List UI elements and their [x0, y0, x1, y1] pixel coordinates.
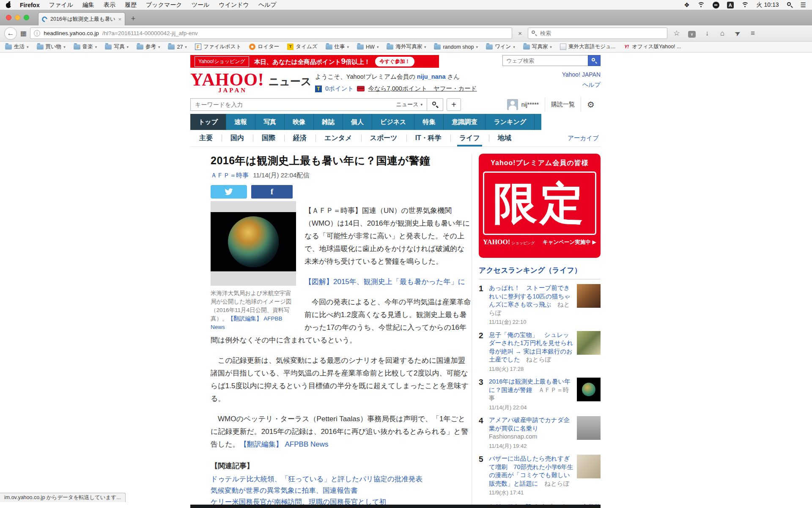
menu-view[interactable]: 表示 [104, 1, 115, 9]
menu-bookmarks[interactable]: ブックマーク [146, 1, 182, 9]
subscriptions-link[interactable]: 購読一覧 [545, 97, 581, 112]
creative-cloud-icon[interactable]: ∞ [713, 2, 719, 8]
ranking-thumbnail[interactable] [577, 284, 601, 308]
bookmark-folder-random-shop[interactable]: random shop▾ [434, 44, 478, 50]
bookmark-folder-hw[interactable]: HW▾ [357, 44, 379, 50]
send-to-device-icon[interactable]: ➤ [732, 29, 743, 38]
notification-center-icon[interactable]: ☰ [801, 1, 806, 9]
bookmark-times[interactable]: Tタイムズ [287, 43, 317, 50]
spotlight-icon[interactable] [787, 2, 793, 8]
yahoo-news-logo[interactable]: YAHOO! JAPAN ニュース [190, 71, 312, 94]
related-link[interactable]: ドゥテルテ比大統領、「狂っている」と評したパリ協定の批准発表 [211, 473, 472, 485]
account-user[interactable]: nij***** [501, 97, 545, 112]
article-figure[interactable]: 米海洋大気局および米航空宇宙局が公開した地球のイメージ図（2016年11月4日公… [211, 201, 296, 331]
input-source-icon[interactable]: A [727, 2, 734, 8]
tab-breaking[interactable]: 速報 [226, 114, 255, 130]
bookmark-folder-work[interactable]: 仕事▾ [326, 43, 349, 50]
yahoo-japan-link[interactable]: Yahoo! JAPAN [562, 71, 601, 78]
help-link[interactable]: ヘルプ [562, 81, 601, 89]
translation-credit-link[interactable]: 【翻訳編集】 AFPBB News [240, 440, 329, 448]
zoom-window-button[interactable] [24, 15, 29, 20]
tab-photo[interactable]: 写真 [255, 114, 285, 130]
points-link[interactable]: 0ポイント [325, 85, 354, 93]
subnav-economy[interactable]: 経済 [284, 130, 315, 146]
browser-tab[interactable]: 2016年は観測史上最も暑い... × [38, 12, 125, 25]
settings-button[interactable]: ⚙ [581, 97, 601, 112]
bookmark-star-icon[interactable]: ☆ [671, 29, 683, 38]
stop-loading-button[interactable]: × [516, 30, 524, 37]
tab-ranking[interactable]: ランキング [486, 114, 535, 130]
menu-firefox[interactable]: Firefox [20, 2, 40, 8]
menu-history[interactable]: 履歴 [125, 1, 137, 9]
username-link[interactable]: niju_nana [417, 73, 446, 80]
web-search-input[interactable] [502, 55, 588, 66]
minimize-window-button[interactable] [15, 15, 20, 20]
menu-edit[interactable]: 編集 [82, 1, 94, 9]
apple-menu-icon[interactable] [6, 2, 11, 8]
subnav-world[interactable]: 国際 [253, 130, 284, 146]
close-window-button[interactable] [6, 15, 11, 20]
wifi-icon[interactable] [741, 2, 749, 8]
tab-close-icon[interactable]: × [118, 16, 121, 22]
ranking-thumbnail[interactable] [577, 378, 601, 401]
bookmark-tufs-module[interactable]: 東外大言語モジュ... [560, 43, 615, 50]
dropbox-icon[interactable]: ❖ [684, 1, 689, 9]
subnav-local[interactable]: 地域 [489, 130, 520, 146]
ranking-thumbnail[interactable] [577, 416, 601, 440]
back-button[interactable]: ← [4, 27, 17, 40]
keyword-search-input[interactable] [191, 101, 392, 108]
facebook-share-button[interactable]: f [251, 185, 293, 199]
subnav-sports[interactable]: スポーツ [361, 130, 406, 146]
card-campaign-link[interactable]: 今なら7,000ポイント ヤフー・カード [368, 85, 477, 93]
tab-magazine[interactable]: 雑誌 [314, 114, 343, 130]
home-icon[interactable]: ⌂ [716, 29, 728, 38]
tab-poll[interactable]: 意識調査 [444, 114, 486, 130]
wifi-transfer-icon[interactable] [697, 2, 705, 8]
url-bar[interactable]: i headlines.yahoo.co.jp/hl?a=20161114-00… [30, 28, 512, 39]
bookmark-yahoo-office[interactable]: Y!オフィス版Yahoo! ... [623, 43, 681, 50]
bookmark-folder-27[interactable]: 27▾ [168, 44, 187, 50]
subnav-it-science[interactable]: IT・科学 [406, 130, 450, 146]
menu-file[interactable]: ファイル [49, 1, 73, 9]
tab-personal[interactable]: 個人 [343, 114, 372, 130]
tab-groups-icon[interactable]: ▦ [20, 29, 27, 37]
subnav-domestic[interactable]: 国内 [222, 130, 253, 146]
bookmark-folder-photographers[interactable]: 写真家▾ [523, 43, 552, 50]
tab-feature[interactable]: 特集 [414, 114, 444, 130]
subnav-main[interactable]: 主要 [190, 130, 222, 146]
banner-cta-button[interactable]: 今すぐ参加！ [375, 57, 414, 66]
menu-tools[interactable]: ツール [192, 1, 210, 9]
archive-link[interactable]: アーカイブ [568, 134, 601, 142]
subnav-life[interactable]: ライフ [450, 130, 489, 146]
browser-search-input[interactable] [540, 30, 664, 36]
menubar-clock[interactable]: 火 10:13 [757, 1, 779, 9]
ranking-thumbnail[interactable] [577, 331, 601, 355]
twitter-share-button[interactable] [211, 185, 247, 199]
ranking-link[interactable]: アメアパ破産申請でカナダ企業が買収に名乗り [489, 417, 570, 432]
downloads-icon[interactable]: ↓ [701, 29, 713, 38]
tab-top[interactable]: トップ [190, 114, 226, 130]
web-search-button[interactable] [588, 55, 601, 66]
add-search-button[interactable]: + [447, 98, 461, 111]
ranking-thumbnail[interactable] [577, 455, 601, 478]
search-category-dropdown[interactable]: ニュース▾ [392, 101, 427, 108]
bookmark-folder-photo[interactable]: 写真▾ [105, 43, 129, 50]
bookmark-folder-wine[interactable]: ワイン▾ [486, 43, 515, 50]
bookmark-folder-life[interactable]: 生活▾ [5, 43, 29, 50]
bookmark-folder-music[interactable]: 音楽▾ [74, 43, 97, 50]
shopping-promo-banner[interactable]: Yahoo!ショッピング 本日、あなたは全商品ポイント9倍以上！ 今すぐ参加！ [190, 55, 439, 68]
related-link[interactable]: 気候変動が世界の異常気象に拍車、国連報告書 [211, 485, 472, 496]
subnav-entertainment[interactable]: エンタメ [315, 130, 361, 146]
bookmark-reuters[interactable]: ロイター [249, 43, 279, 50]
bookmark-filepost[interactable]: Fファイルポスト [195, 43, 241, 50]
bookmark-folder-overseas-photographers[interactable]: 海外写真家▾ [387, 43, 426, 50]
bookmark-folder-shopping[interactable]: 買い物▾ [37, 43, 66, 50]
new-tab-button[interactable]: + [127, 14, 140, 25]
browser-search-box[interactable] [528, 28, 667, 39]
premium-ad[interactable]: Yahoo!プレミアム会員の皆様 限定 YAHOO!ショッピング キャンペーン実… [479, 154, 601, 258]
menu-window[interactable]: ウインドウ [219, 1, 249, 9]
tab-video[interactable]: 映像 [285, 114, 314, 130]
keyword-search-button[interactable] [427, 98, 443, 111]
menu-icon[interactable]: ≡ [747, 29, 759, 38]
menu-help[interactable]: ヘルプ [258, 1, 277, 9]
